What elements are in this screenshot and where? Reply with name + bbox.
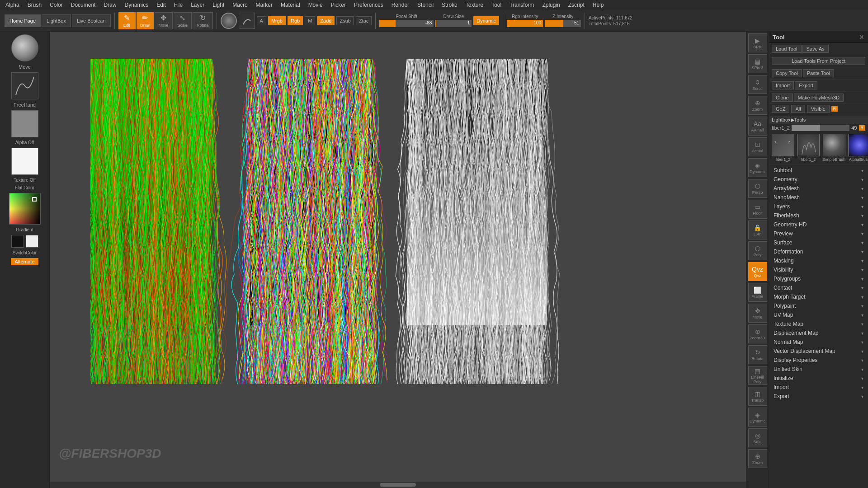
tab-live-boolean[interactable]: Live Boolean <box>72 14 111 27</box>
side-icon-solo[interactable]: ◎Solo <box>748 428 767 447</box>
draw-size-slider[interactable]: 1 <box>435 20 472 27</box>
menu-item-vector-displacement-map[interactable]: Vector Displacement Map▾ <box>769 347 868 356</box>
toggle-zadd[interactable]: Zadd <box>317 16 335 25</box>
menu-item-geometry-hd[interactable]: Geometry HD▾ <box>769 220 868 229</box>
menu-item-displacement-map[interactable]: Displacement Map▾ <box>769 328 868 338</box>
btn-load-tools-from-project[interactable]: Load Tools From Project <box>772 57 865 65</box>
menu-material[interactable]: Material <box>277 1 304 9</box>
rgb-intensity-slider[interactable]: 100 <box>507 20 543 27</box>
toggle-m[interactable]: M <box>305 16 315 25</box>
bottom-scrollbar[interactable] <box>50 482 746 488</box>
side-icon-persp[interactable]: ⬡Persp <box>748 179 767 198</box>
alpha-preview[interactable] <box>11 110 38 137</box>
menu-alpha[interactable]: Alpha <box>2 1 23 9</box>
side-icon-spix-3[interactable]: ▦SPix 3 <box>748 54 767 73</box>
side-icon-zoom[interactable]: ⊕Zoom <box>748 96 767 115</box>
side-icon-zoom3d[interactable]: ⊕Zoom3D <box>748 324 767 343</box>
menu-stroke[interactable]: Stroke <box>438 1 461 9</box>
menu-item-contact[interactable]: Contact▾ <box>769 283 868 292</box>
menu-item-deformation[interactable]: Deformation▾ <box>769 247 868 256</box>
menu-item-import[interactable]: Import▾ <box>769 383 868 392</box>
tool-btn-edit[interactable]: ✎Edit <box>118 12 136 29</box>
menu-item-surface[interactable]: Surface▾ <box>769 238 868 247</box>
menu-zscript[interactable]: Zscript <box>565 1 588 9</box>
side-icon-dynamic[interactable]: ◈Dynamic <box>748 408 767 427</box>
tool-panel-close[interactable]: ✕ <box>859 33 864 41</box>
menu-item-texture-map[interactable]: Texture Map▾ <box>769 319 868 328</box>
menu-item-fibermesh[interactable]: FiberMesh▾ <box>769 211 868 220</box>
menu-layer[interactable]: Layer <box>187 1 208 9</box>
menu-item-normal-map[interactable]: Normal Map▾ <box>769 338 868 347</box>
menu-tool[interactable]: Tool <box>488 1 505 9</box>
menu-item-preview[interactable]: Preview▾ <box>769 229 868 238</box>
side-icon-scroll[interactable]: ⇕Scroll <box>748 75 767 94</box>
menu-item-arraymesh[interactable]: ArrayMesh▾ <box>769 184 868 193</box>
menu-item-unified-skin[interactable]: Unified Skin▾ <box>769 365 868 374</box>
side-icon-transp[interactable]: ◫Transp <box>748 387 767 406</box>
tool-thumb-fiber1[interactable]: 7 7 fiber1_2 <box>772 134 794 162</box>
menu-brush[interactable]: Brush <box>24 1 45 9</box>
dynamic-btn[interactable]: Dynamic <box>473 16 499 25</box>
side-icon-dynamic[interactable]: ◈Dynamic <box>748 158 767 177</box>
brush-sphere-preview[interactable] <box>11 34 38 61</box>
tool-thumb-fiber2[interactable]: fiber1_2 <box>797 134 820 162</box>
stroke-icon[interactable] <box>239 13 255 29</box>
brush-thumb-alpha[interactable]: AlphaBrush <box>848 134 868 162</box>
toggle-zsub[interactable]: Zsub <box>336 16 354 25</box>
visible-btn[interactable]: Visible <box>807 105 830 113</box>
tool-btn-rotate[interactable]: ↻Rotate <box>193 12 213 29</box>
scroll-thumb[interactable] <box>380 483 416 487</box>
focal-shift-slider[interactable]: -88 <box>379 20 434 27</box>
menu-zplugin[interactable]: Zplugin <box>538 1 563 9</box>
tool-btn-move[interactable]: ✥Move <box>155 12 173 29</box>
freehand-preview[interactable] <box>11 72 38 99</box>
menu-item-visibility[interactable]: Visibility▾ <box>769 265 868 274</box>
toggle-rgb[interactable]: Rgb <box>288 16 303 25</box>
menu-file[interactable]: File <box>170 1 186 9</box>
btn-paste_tool[interactable]: Paste Tool <box>803 69 834 77</box>
swatch-white[interactable] <box>26 235 38 248</box>
brush-thumb-simple[interactable]: SimpleBrush <box>822 134 845 162</box>
side-icon-rotate[interactable]: ↻Rotate <box>748 345 767 364</box>
menu-item-uv-map[interactable]: UV Map▾ <box>769 310 868 319</box>
menu-item-morph-target[interactable]: Morph Target▾ <box>769 292 868 301</box>
menu-help[interactable]: Help <box>589 1 608 9</box>
menu-texture[interactable]: Texture <box>462 1 487 9</box>
btn-export[interactable]: Export <box>795 81 817 89</box>
menu-item-export[interactable]: Export▾ <box>769 392 868 401</box>
canvas-area[interactable]: /* lines generated in JS */ <box>50 32 746 488</box>
btn-make-polymesh3d[interactable]: Make PolyMesh3D <box>794 94 844 102</box>
fiber-slider[interactable] <box>792 125 849 131</box>
btn-load_tool[interactable]: Load Tool <box>772 45 802 53</box>
menu-stencil[interactable]: Stencil <box>414 1 437 9</box>
menu-document[interactable]: Document <box>67 1 99 9</box>
menu-light[interactable]: Light <box>209 1 228 9</box>
tab-home-page[interactable]: Home Page <box>5 14 41 27</box>
menu-item-geometry[interactable]: Geometry▾ <box>769 175 868 184</box>
side-icon-frame[interactable]: ⬜Frame <box>748 283 767 302</box>
side-icon-floor[interactable]: ▭Floor <box>748 200 767 219</box>
menu-render[interactable]: Render <box>388 1 413 9</box>
z-intensity-slider[interactable]: 51 <box>545 20 581 27</box>
menu-movie[interactable]: Movie <box>305 1 326 9</box>
brush-preview-circle[interactable] <box>221 13 237 29</box>
toggle-ztac[interactable]: Ztac <box>356 16 372 25</box>
menu-item-polypaint[interactable]: Polypaint▾ <box>769 301 868 310</box>
menu-item-initialize[interactable]: Initialize▾ <box>769 374 868 383</box>
side-icon-move[interactable]: ✥Move <box>748 304 767 323</box>
btn-copy_tool[interactable]: Copy Tool <box>772 69 802 77</box>
side-icon-poly[interactable]: ⬡Poly <box>748 241 767 260</box>
side-icon-linefill-poly[interactable]: ▦LineFill Poly <box>748 366 767 385</box>
alternate-button[interactable]: Alternate <box>11 258 38 265</box>
side-icon-aahalf[interactable]: AaAAHalf <box>748 117 767 136</box>
menu-color[interactable]: Color <box>46 1 66 9</box>
lightbox-tools-label[interactable]: Lightbox▶Tools <box>772 117 806 123</box>
toggle-a[interactable]: A <box>257 16 266 25</box>
side-icon-bpr[interactable]: ▶BPR <box>748 33 767 52</box>
swatch-black[interactable] <box>11 235 24 248</box>
menu-marker[interactable]: Marker <box>252 1 276 9</box>
menu-item-polygroups[interactable]: Polygroups▾ <box>769 274 868 283</box>
tab-lightbox[interactable]: LightBox <box>42 14 71 27</box>
tool-btn-draw[interactable]: ✏Draw <box>137 12 154 29</box>
btn-save_as[interactable]: Save As <box>802 45 829 53</box>
